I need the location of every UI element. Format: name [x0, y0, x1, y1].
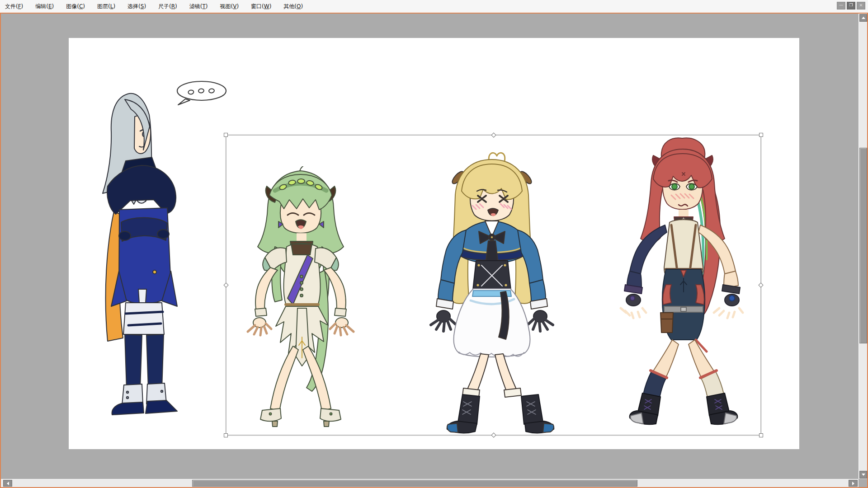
close-icon: ✕ [859, 3, 863, 8]
selection-handle-top-left[interactable] [224, 133, 228, 137]
menu-mnemonic: T [202, 3, 205, 9]
minimize-button[interactable]: — [837, 2, 845, 9]
close-button[interactable]: ✕ [857, 2, 865, 9]
scroll-down-button[interactable] [859, 471, 867, 479]
menu-mnemonic: W [264, 3, 269, 9]
selection-handle-top-middle[interactable] [491, 132, 496, 137]
arrow-up-icon [862, 17, 865, 19]
menu-item-s[interactable]: 选择(S) [124, 0, 149, 13]
menu-mnemonic: O [297, 3, 301, 9]
character-blonde [413, 150, 571, 435]
menu-mnemonic: R [171, 3, 175, 9]
scroll-left-button[interactable] [3, 480, 12, 487]
menu-item-c[interactable]: 图像(C) [63, 0, 88, 13]
menu-mnemonic: C [79, 3, 83, 9]
arrow-right-icon [852, 482, 854, 485]
window-controls: — ❐ ✕ [837, 2, 865, 9]
character-green-haired [235, 166, 366, 429]
scroll-up-button[interactable] [859, 14, 867, 22]
menu-mnemonic: F [18, 3, 21, 9]
menu-mnemonic: E [48, 3, 52, 9]
vertical-scrollbar-thumb[interactable] [859, 148, 867, 343]
horizontal-scrollbar[interactable] [1, 479, 859, 487]
menu-mnemonic: L [110, 3, 113, 9]
menu-bar-items: 文件(F)编辑(E)图像(C)图层(L)选择(S)尺子(R)滤镜(T)视图(V)… [0, 0, 312, 13]
canvas-artboard[interactable] [69, 38, 799, 449]
arrow-left-icon [7, 482, 9, 485]
menu-item-e[interactable]: 编辑(E) [32, 0, 57, 13]
arrow-down-icon [862, 474, 865, 476]
restore-button[interactable]: ❐ [847, 2, 855, 9]
vertical-scrollbar[interactable] [859, 14, 867, 479]
menu-item-t[interactable]: 滤镜(T) [186, 0, 211, 13]
menu-bar: 文件(F)编辑(E)图像(C)图层(L)选择(S)尺子(R)滤镜(T)视图(V)… [0, 0, 868, 13]
menu-item-r[interactable]: 尺子(R) [155, 0, 180, 13]
menu-item-l[interactable]: 图层(L) [94, 0, 118, 13]
menu-item-f[interactable]: 文件(F) [2, 0, 26, 13]
menu-mnemonic: V [233, 3, 236, 9]
menu-item-v[interactable]: 视图(V) [217, 0, 242, 13]
canvas-workspace [0, 13, 868, 488]
menu-item-w[interactable]: 窗口(W) [248, 0, 274, 13]
scroll-right-button[interactable] [849, 480, 858, 487]
selection-handle-bottom-left[interactable] [224, 433, 228, 437]
horizontal-scrollbar-thumb[interactable] [192, 480, 637, 487]
menu-mnemonic: S [141, 3, 144, 9]
minimize-icon: — [839, 3, 843, 7]
character-silver-haired [99, 90, 191, 422]
selection-handle-middle-left[interactable] [223, 282, 228, 287]
character-red-haired [598, 136, 769, 435]
restore-icon: ❐ [849, 3, 853, 7]
menu-item-o[interactable]: 其他(O) [280, 0, 306, 13]
